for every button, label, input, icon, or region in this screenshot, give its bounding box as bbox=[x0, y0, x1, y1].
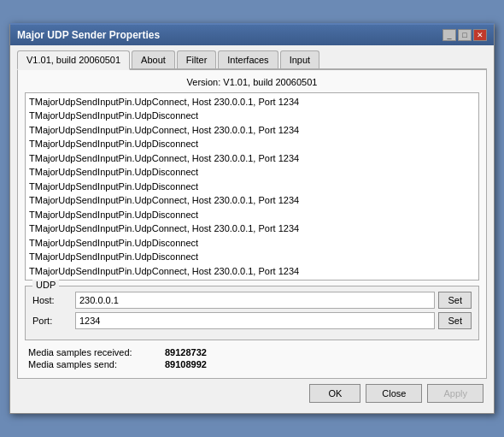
close-window-button[interactable]: ✕ bbox=[473, 29, 487, 41]
bottom-buttons: OK Close Apply bbox=[17, 379, 487, 406]
window-title: Major UDP Sender Properties bbox=[17, 29, 160, 41]
minimize-button[interactable]: _ bbox=[442, 29, 456, 41]
send-row: Media samples send: 89108992 bbox=[28, 359, 479, 369]
host-label: Host: bbox=[32, 295, 75, 305]
host-row: Host: Set bbox=[32, 292, 472, 309]
tab-version[interactable]: V1.01, build 20060501 bbox=[17, 50, 130, 70]
log-line: TMajorUdpSendInputPin.UdpDisconnect bbox=[29, 250, 475, 264]
host-set-button[interactable]: Set bbox=[438, 292, 472, 309]
tab-input[interactable]: Input bbox=[280, 50, 319, 68]
tab-interfaces[interactable]: Interfaces bbox=[218, 50, 278, 68]
log-line: TMajorUdpSendInputPin.UdpDisconnect bbox=[29, 208, 475, 222]
received-row: Media samples received: 89128732 bbox=[28, 347, 479, 357]
port-input[interactable] bbox=[75, 312, 435, 329]
received-label: Media samples received: bbox=[28, 347, 165, 357]
log-line: TMajorUdpSendInputPin.UdpConnect, Host 2… bbox=[29, 151, 475, 166]
log-line: TMajorUdpSendInputPin.UdpDisconnect bbox=[29, 236, 475, 251]
title-bar-controls: _ □ ✕ bbox=[442, 29, 487, 41]
send-label: Media samples send: bbox=[28, 359, 165, 369]
dialog-close-button[interactable]: Close bbox=[366, 384, 422, 403]
apply-button[interactable]: Apply bbox=[427, 384, 483, 403]
udp-legend: UDP bbox=[32, 280, 59, 290]
received-value: 89128732 bbox=[165, 347, 207, 357]
port-label: Port: bbox=[32, 316, 75, 326]
log-line: TMajorUdpSendInputPin.UdpConnect, Host 2… bbox=[29, 264, 475, 279]
window-content: V1.01, build 20060501 About Filter Inter… bbox=[10, 45, 494, 413]
udp-group: UDP Host: Set Port: Set bbox=[25, 286, 479, 340]
log-area[interactable]: TMajorUdpSendInputPin.UdpDisconnectTMajo… bbox=[25, 92, 479, 281]
version-text: Version: V1.01, build 20060501 bbox=[25, 77, 479, 87]
title-bar: Major UDP Sender Properties _ □ ✕ bbox=[10, 25, 494, 45]
tab-bar: V1.01, build 20060501 About Filter Inter… bbox=[17, 50, 487, 70]
main-window: Major UDP Sender Properties _ □ ✕ V1.01,… bbox=[9, 23, 495, 414]
port-row: Port: Set bbox=[32, 312, 472, 329]
log-line: TMajorUdpSendInputPin.UdpDisconnect bbox=[29, 137, 475, 151]
log-line: TMajorUdpSendInputPin.UdpConnect, Host 2… bbox=[29, 123, 475, 138]
log-line: TMajorUdpSendInputPin.UdpDisconnect bbox=[29, 109, 475, 123]
host-input[interactable] bbox=[75, 292, 435, 309]
log-line: TMajorUdpSendInputPin.UdpDisconnect bbox=[29, 180, 475, 194]
stats-section: Media samples received: 89128732 Media s… bbox=[25, 347, 479, 369]
log-line: TMajorUdpSendInputPin.UdpConnect, Host 2… bbox=[29, 221, 475, 236]
send-value: 89108992 bbox=[165, 359, 207, 369]
maximize-button[interactable]: □ bbox=[458, 29, 472, 41]
log-line: TMajorUdpSendInputPin.UdpConnect, Host 2… bbox=[29, 193, 475, 208]
tab-about[interactable]: About bbox=[132, 50, 175, 68]
log-line: TMajorUdpSendInputPin.UdpConnect, Host 2… bbox=[29, 95, 475, 109]
tab-filter[interactable]: Filter bbox=[177, 50, 216, 68]
ok-button[interactable]: OK bbox=[309, 384, 360, 403]
port-set-button[interactable]: Set bbox=[438, 312, 472, 329]
tab-content: Version: V1.01, build 20060501 TMajorUdp… bbox=[17, 70, 487, 379]
log-line: TMajorUdpSendInputPin.UdpDisconnect bbox=[29, 165, 475, 180]
